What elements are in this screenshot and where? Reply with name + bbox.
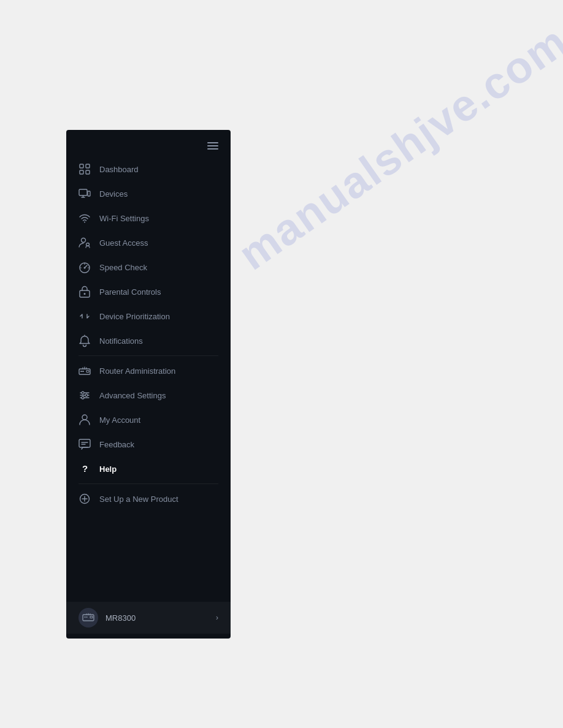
- sidebar-item-speed-check[interactable]: Speed Check: [66, 255, 231, 279]
- sidebar-item-label-dashboard: Dashboard: [99, 165, 139, 174]
- sidebar-item-guest-access[interactable]: Guest Access: [66, 230, 231, 255]
- sidebar-item-label-devices: Devices: [99, 189, 128, 199]
- sidebar-item-feedback[interactable]: Feedback: [66, 432, 231, 457]
- svg-rect-1: [86, 164, 90, 168]
- svg-point-11: [84, 267, 86, 269]
- sidebar-item-label-account: My Account: [99, 415, 140, 425]
- svg-rect-0: [80, 164, 83, 168]
- speed-icon: [79, 261, 91, 273]
- svg-point-19: [82, 415, 87, 420]
- nav-items: Dashboard Devices: [66, 154, 231, 602]
- svg-point-6: [89, 195, 90, 196]
- chevron-right-icon: ›: [216, 613, 218, 622]
- svg-rect-2: [80, 170, 83, 174]
- sidebar-header: [66, 135, 231, 154]
- sidebar-item-label-parental: Parental Controls: [99, 287, 161, 297]
- sidebar-item-dashboard[interactable]: Dashboard: [66, 157, 231, 181]
- svg-text:?: ?: [82, 463, 88, 474]
- sidebar-item-label-help: Help: [99, 464, 117, 474]
- add-icon: [79, 493, 91, 505]
- svg-rect-4: [79, 189, 87, 195]
- priority-icon: [79, 310, 91, 322]
- sidebar-item-device-prioritization[interactable]: Device Prioritization: [66, 304, 231, 328]
- sidebar-item-label-router-admin: Router Administration: [99, 366, 175, 376]
- svg-rect-5: [88, 191, 90, 196]
- sidebar-item-parental-controls[interactable]: Parental Controls: [66, 279, 231, 304]
- svg-rect-3: [86, 170, 90, 174]
- sidebar-item-notifications[interactable]: Notifications: [66, 328, 231, 353]
- router-icon: [79, 365, 91, 377]
- svg-point-17: [85, 394, 88, 396]
- sidebar-item-label-notifications: Notifications: [99, 336, 143, 346]
- sidebar-item-label-priority: Device Prioritization: [99, 312, 170, 321]
- svg-point-18: [82, 396, 84, 399]
- svg-point-16: [82, 392, 84, 394]
- sidebar-item-my-account[interactable]: My Account: [66, 408, 231, 432]
- sidebar: Dashboard Devices: [66, 130, 231, 639]
- account-icon: [79, 414, 91, 426]
- sidebar-item-advanced-settings[interactable]: Advanced Settings: [66, 383, 231, 408]
- settings-icon: [79, 389, 91, 401]
- svg-point-13: [84, 293, 86, 295]
- bell-icon: [79, 335, 91, 347]
- svg-point-7: [84, 222, 85, 223]
- guest-icon: [79, 237, 91, 249]
- sidebar-item-label-speed: Speed Check: [99, 263, 147, 272]
- sidebar-item-wifi-settings[interactable]: Wi-Fi Settings: [66, 206, 231, 230]
- sidebar-item-label-advanced: Advanced Settings: [99, 391, 166, 400]
- devices-icon: [79, 188, 91, 200]
- device-row[interactable]: MR8300 ›: [66, 602, 231, 634]
- sidebar-item-setup[interactable]: Set Up a New Product: [66, 487, 231, 511]
- sidebar-item-label-wifi: Wi-Fi Settings: [99, 214, 149, 223]
- svg-point-8: [82, 238, 86, 243]
- sidebar-item-label-feedback: Feedback: [99, 440, 134, 449]
- device-name: MR8300: [105, 613, 209, 623]
- feedback-icon: [79, 438, 91, 450]
- nav-divider: [79, 355, 218, 356]
- sidebar-item-label-guest: Guest Access: [99, 238, 148, 248]
- svg-rect-24: [90, 616, 93, 618]
- sidebar-item-router-administration[interactable]: Router Administration: [66, 358, 231, 383]
- svg-rect-15: [86, 371, 89, 373]
- device-avatar: [79, 608, 98, 628]
- watermark: manualshjve.com: [229, 16, 563, 280]
- svg-rect-20: [79, 439, 90, 447]
- sidebar-item-help[interactable]: ? Help: [66, 457, 231, 481]
- sidebar-item-devices[interactable]: Devices: [66, 181, 231, 206]
- grid-icon: [79, 163, 91, 175]
- help-icon: ?: [79, 463, 91, 475]
- menu-icon[interactable]: [205, 140, 221, 152]
- parental-icon: [79, 286, 91, 298]
- wifi-icon: [79, 212, 91, 224]
- sidebar-item-label-setup: Set Up a New Product: [99, 495, 178, 504]
- nav-divider-2: [79, 483, 218, 484]
